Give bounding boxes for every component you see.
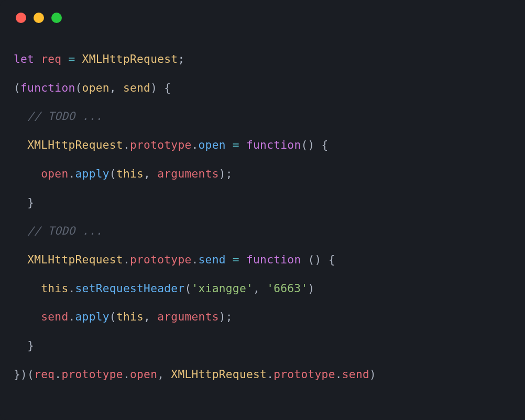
var-arguments: arguments bbox=[157, 167, 219, 180]
comment-todo: // TODO ... bbox=[27, 109, 103, 123]
keyword-function: function bbox=[20, 81, 75, 94]
paren: ( bbox=[184, 282, 191, 295]
keyword-this: this bbox=[41, 282, 68, 295]
string-6663: '6663' bbox=[267, 282, 308, 295]
code-line: // TODO ... bbox=[14, 102, 511, 131]
brace: } bbox=[27, 196, 34, 209]
class-xmlhttprequest: XMLHttpRequest bbox=[27, 253, 123, 266]
brace: } bbox=[27, 339, 34, 352]
paren: ) bbox=[308, 282, 314, 295]
indent bbox=[14, 109, 27, 123]
code-line: send.apply(this, arguments); bbox=[14, 303, 511, 331]
indent bbox=[14, 282, 41, 295]
indent bbox=[14, 253, 27, 266]
method-send: send bbox=[199, 253, 226, 266]
keyword-function: function bbox=[246, 138, 301, 151]
keyword-this: this bbox=[116, 310, 144, 323]
close-icon[interactable] bbox=[16, 13, 26, 23]
code-line: } bbox=[14, 331, 511, 360]
prop-prototype: prototype bbox=[61, 368, 123, 381]
dot: . bbox=[123, 138, 130, 151]
paren: ( bbox=[110, 167, 116, 180]
minimize-icon[interactable] bbox=[34, 13, 44, 23]
code-line: })(req.prototype.open, XMLHttpRequest.pr… bbox=[14, 360, 511, 389]
keyword-this: this bbox=[116, 167, 144, 180]
comma: , bbox=[144, 167, 157, 180]
keyword-let: let bbox=[14, 52, 34, 65]
paren: ( bbox=[110, 310, 116, 323]
operator-equals: = bbox=[233, 138, 239, 151]
string-xiangge: 'xiangge' bbox=[192, 282, 254, 295]
var-send: send bbox=[41, 310, 68, 323]
paren-semi: ); bbox=[219, 310, 233, 323]
brace-paren: })( bbox=[14, 368, 34, 381]
method-setrequestheader: setRequestHeader bbox=[75, 282, 185, 295]
maximize-icon[interactable] bbox=[51, 13, 62, 23]
indent bbox=[14, 196, 27, 209]
dot: . bbox=[335, 368, 342, 381]
prop-send: send bbox=[342, 368, 369, 381]
dot: . bbox=[192, 253, 199, 266]
comment-todo: // TODO ... bbox=[27, 224, 103, 237]
semicolon: ; bbox=[178, 52, 184, 65]
code-line: this.setRequestHeader('xiangge', '6663') bbox=[14, 274, 511, 303]
class-xmlhttprequest: XMLHttpRequest bbox=[27, 138, 123, 151]
keyword-function: function bbox=[246, 253, 301, 266]
prop-prototype: prototype bbox=[130, 253, 192, 266]
method-apply: apply bbox=[75, 310, 110, 323]
code-line: XMLHttpRequest.prototype.open = function… bbox=[14, 131, 511, 160]
method-apply: apply bbox=[75, 167, 110, 180]
comma: , bbox=[110, 81, 123, 94]
paren: ( bbox=[75, 81, 82, 94]
indent bbox=[14, 310, 41, 323]
code-line: XMLHttpRequest.prototype.send = function… bbox=[14, 246, 511, 274]
indent bbox=[14, 339, 27, 352]
dot: . bbox=[68, 310, 75, 323]
dot: . bbox=[123, 253, 130, 266]
operator-equals: = bbox=[233, 253, 239, 266]
paren: ) bbox=[369, 368, 376, 381]
comma: , bbox=[144, 310, 157, 323]
operator-equals: = bbox=[68, 52, 75, 65]
prop-open: open bbox=[130, 368, 157, 381]
parens-brace: () { bbox=[301, 253, 335, 266]
method-open: open bbox=[199, 138, 226, 151]
class-xmlhttprequest: XMLHttpRequest bbox=[82, 52, 178, 65]
comma: , bbox=[253, 282, 267, 295]
indent bbox=[14, 167, 41, 180]
dot: . bbox=[68, 167, 75, 180]
code-line: let req = XMLHttpRequest; bbox=[14, 45, 511, 74]
code-line: // TODO ... bbox=[14, 217, 511, 246]
code-window: let req = XMLHttpRequest; (function(open… bbox=[0, 0, 525, 420]
paren: ( bbox=[14, 81, 20, 94]
param-send: send bbox=[123, 81, 150, 94]
code-line: } bbox=[14, 189, 511, 217]
dot: . bbox=[267, 368, 274, 381]
indent bbox=[14, 138, 27, 151]
var-open: open bbox=[41, 167, 68, 180]
paren-semi: ); bbox=[219, 167, 233, 180]
dot: . bbox=[192, 138, 199, 151]
prop-prototype: prototype bbox=[130, 138, 192, 151]
parens-brace: () { bbox=[301, 138, 328, 151]
prop-prototype: prototype bbox=[274, 368, 335, 381]
dot: . bbox=[68, 282, 75, 295]
var-arguments: arguments bbox=[157, 310, 219, 323]
variable-req: req bbox=[41, 52, 61, 65]
code-editor[interactable]: let req = XMLHttpRequest; (function(open… bbox=[0, 29, 525, 399]
var-req: req bbox=[34, 368, 54, 381]
titlebar bbox=[0, 0, 525, 29]
paren-brace: ) { bbox=[150, 81, 171, 94]
dot: . bbox=[123, 368, 130, 381]
dot: . bbox=[54, 368, 61, 381]
comma: , bbox=[157, 368, 171, 381]
class-xmlhttprequest: XMLHttpRequest bbox=[171, 368, 267, 381]
indent bbox=[14, 224, 27, 237]
code-line: open.apply(this, arguments); bbox=[14, 160, 511, 189]
code-line: (function(open, send) { bbox=[14, 74, 511, 103]
param-open: open bbox=[82, 81, 110, 94]
